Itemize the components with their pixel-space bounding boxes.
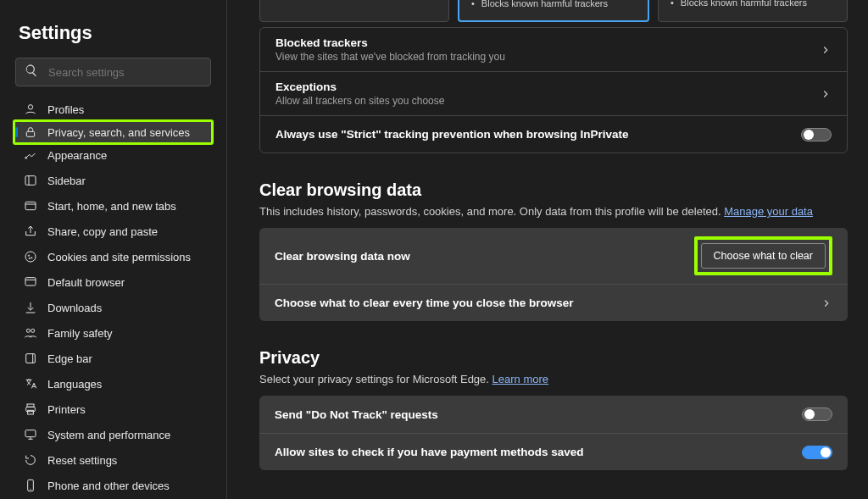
sidebar-item-appearance[interactable]: Appearance	[15, 142, 211, 168]
sidebar-item-label: Start, home, and new tabs	[47, 200, 176, 213]
clear-browsing-subtitle: This includes history, passwords, cookie…	[259, 205, 848, 218]
sidebar-item-label: Edge bar	[47, 352, 92, 365]
svg-rect-16	[26, 354, 36, 363]
exceptions-row[interactable]: Exceptions Allow all trackers on sites y…	[260, 71, 847, 115]
tracking-settings-section: Blocked trackers View the sites that we'…	[259, 27, 848, 153]
svg-rect-5	[25, 202, 36, 209]
sidebar-item-label: System and performance	[47, 429, 170, 441]
sidebar-item-label: Reset settings	[47, 454, 117, 467]
do-not-track-toggle[interactable]	[802, 408, 832, 421]
row-title: Clear browsing data now	[275, 250, 410, 263]
search-input[interactable]	[47, 65, 202, 80]
sidebar-item-family[interactable]: Family safety	[15, 320, 211, 346]
row-title: Exceptions	[275, 80, 444, 93]
sidebar-item-label: Privacy, search, and services	[47, 126, 190, 139]
sidebar-item-sidebar[interactable]: Sidebar	[15, 168, 211, 193]
tracking-card-balanced[interactable]: Sites will work as expected Blocks known…	[458, 0, 649, 22]
sidebar-item-downloads[interactable]: Downloads	[15, 295, 211, 320]
sidebar-item-profiles[interactable]: Profiles	[15, 97, 211, 122]
privacy-list: Send "Do Not Track" requests Allow sites…	[259, 396, 848, 470]
cookie-icon	[24, 250, 37, 263]
clear-now-row: Clear browsing data now Choose what to c…	[259, 228, 848, 284]
choose-what-to-clear-highlight: Choose what to clear	[694, 236, 832, 275]
sidebar-item-reset[interactable]: Reset settings	[15, 447, 211, 473]
sidebar-item-edgebar[interactable]: Edge bar	[15, 346, 211, 371]
tracking-card-basic[interactable]: Blocks known harmful trackers	[259, 0, 449, 22]
system-icon	[24, 428, 37, 441]
search-settings-field[interactable]	[15, 58, 211, 86]
languages-icon	[24, 377, 37, 391]
sidebar-item-label: Cookies and site permissions	[47, 251, 191, 263]
svg-point-0	[28, 105, 32, 109]
blocked-trackers-row[interactable]: Blocked trackers View the sites that we'…	[260, 28, 847, 71]
settings-title: Settings	[19, 22, 208, 44]
reset-icon	[24, 453, 37, 467]
payment-methods-row: Allow sites to check if you have payment…	[259, 433, 848, 470]
tab-icon	[24, 199, 37, 213]
clear-browsing-heading: Clear browsing data	[259, 180, 848, 200]
sidebar-item-label: Appearance	[47, 149, 107, 162]
sidebar-item-start[interactable]: Start, home, and new tabs	[15, 193, 211, 219]
share-icon	[24, 225, 37, 238]
sidebar-item-label: Languages	[47, 378, 102, 391]
sidebar-item-cookies[interactable]: Cookies and site permissions	[15, 244, 211, 269]
privacy-subtitle: Select your privacy settings for Microso…	[259, 373, 848, 385]
settings-content: Blocks known harmful trackers Sites will…	[227, 0, 868, 499]
svg-rect-22	[25, 430, 36, 437]
svg-rect-3	[25, 176, 36, 186]
profiles-icon	[24, 103, 37, 116]
sidebar-item-label: Printers	[47, 403, 86, 416]
row-title: Allow sites to check if you have payment…	[275, 446, 584, 458]
sidebar-item-label: Share, copy and paste	[47, 225, 158, 238]
row-title: Blocked trackers	[275, 36, 505, 49]
sidebar-item-privacy[interactable]: Privacy, search, and services	[13, 119, 214, 145]
svg-point-9	[31, 258, 32, 258]
sidebar-icon	[24, 174, 37, 187]
sidebar-item-printers[interactable]: Printers	[15, 396, 211, 422]
svg-point-7	[25, 252, 36, 262]
clear-on-close-row[interactable]: Choose what to clear every time you clos…	[259, 284, 848, 321]
payment-methods-toggle[interactable]	[802, 446, 832, 459]
lock-icon	[24, 125, 37, 139]
sidebar-item-share[interactable]: Share, copy and paste	[15, 219, 211, 244]
privacy-heading: Privacy	[259, 348, 848, 368]
sidebar-item-phone[interactable]: Phone and other devices	[15, 473, 211, 498]
sidebar-item-label: Profiles	[47, 103, 84, 116]
sidebar-item-label: Downloads	[47, 302, 102, 314]
download-icon	[24, 301, 37, 314]
sidebar-item-system[interactable]: System and performance	[15, 422, 211, 447]
sidebar-item-label: Family safety	[47, 327, 113, 340]
printer-icon	[24, 402, 37, 416]
strict-inprivate-toggle[interactable]	[801, 128, 832, 141]
chevron-right-icon	[820, 88, 832, 100]
svg-rect-21	[28, 410, 34, 414]
svg-rect-1	[26, 131, 34, 136]
clear-browsing-list: Clear browsing data now Choose what to c…	[259, 228, 848, 321]
sidebar-item-label: Default browser	[47, 276, 125, 289]
tracking-level-cards: Blocks known harmful trackers Sites will…	[259, 0, 848, 22]
sidebar-item-label: Phone and other devices	[47, 480, 170, 492]
browser-icon	[24, 275, 37, 289]
do-not-track-row: Send "Do Not Track" requests	[259, 396, 848, 433]
settings-sidebar: Settings Profiles Privacy, search, and s…	[0, 0, 227, 499]
sidebar-item-default-browser[interactable]: Default browser	[15, 269, 211, 295]
phone-icon	[24, 479, 37, 492]
svg-point-8	[28, 255, 29, 256]
strict-inprivate-row: Always use "Strict" tracking prevention …	[260, 115, 847, 152]
row-title: Choose what to clear every time you clos…	[275, 297, 574, 309]
row-subtitle: View the sites that we've blocked from t…	[275, 51, 505, 63]
manage-your-data-link[interactable]: Manage your data	[724, 205, 813, 218]
sidebar-item-label: Sidebar	[47, 175, 86, 187]
settings-nav: Profiles Privacy, search, and services A…	[15, 97, 211, 499]
chevron-right-icon	[820, 44, 832, 56]
edgebar-icon	[24, 352, 37, 365]
sidebar-item-languages[interactable]: Languages	[15, 371, 211, 396]
tracking-card-strict[interactable]: Parts of sites might not work Blocks kno…	[658, 0, 848, 22]
row-title: Always use "Strict" tracking prevention …	[275, 128, 628, 141]
svg-point-14	[26, 329, 30, 332]
svg-point-15	[31, 329, 35, 332]
search-icon	[25, 64, 47, 80]
privacy-learn-more-link[interactable]: Learn more	[492, 373, 548, 385]
svg-rect-11	[25, 278, 36, 286]
choose-what-to-clear-button[interactable]: Choose what to clear	[701, 243, 826, 269]
